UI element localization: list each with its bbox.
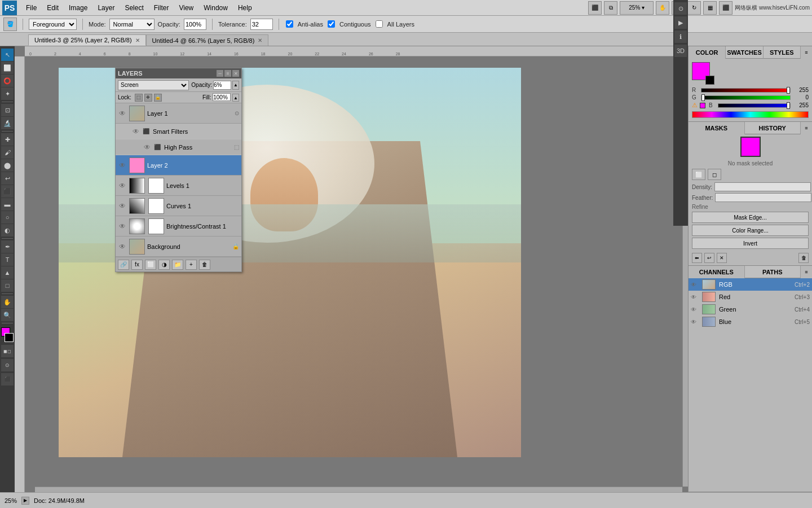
tolerance-input[interactable]	[250, 19, 273, 30]
lock-position-icon[interactable]: ✛	[144, 94, 152, 102]
default-colors-icon[interactable]: ◼◻	[1, 345, 14, 357]
channels-menu[interactable]: ≡	[801, 266, 812, 278]
tab-styles[interactable]: STYLES	[764, 46, 801, 59]
g-slider-track[interactable]	[701, 95, 791, 100]
tab-channels[interactable]: CHANNELS	[689, 266, 745, 278]
shape-tool[interactable]: □	[1, 279, 14, 292]
eyedropper-tool[interactable]: 🔬	[1, 117, 14, 129]
menu-filter[interactable]: Filter	[149, 3, 174, 13]
b-slider-thumb[interactable]	[787, 102, 790, 109]
gamut-swatch[interactable]	[700, 103, 705, 108]
layer-mode-select[interactable]: Screen Normal Multiply Overlay	[118, 80, 189, 90]
screen-mode-btn[interactable]: ⬛	[1, 373, 14, 386]
layers-collapse-btn[interactable]: ─	[217, 70, 223, 77]
invert-btn[interactable]: Invert	[692, 238, 809, 249]
arrange-icon[interactable]: ⧉	[604, 1, 617, 15]
layer2-vis-icon[interactable]: 👁	[118, 161, 127, 170]
frame-icon[interactable]: ▦	[703, 1, 717, 15]
layer-opacity-input[interactable]	[213, 81, 231, 90]
nav-icon-1[interactable]: ⬛	[588, 1, 602, 15]
brush-tool[interactable]: 🖌	[1, 146, 14, 159]
r-slider-track[interactable]	[701, 88, 791, 93]
dodge-tool[interactable]: ◐	[1, 224, 14, 237]
color-range-btn[interactable]: Color Range...	[692, 225, 809, 236]
view-icon[interactable]: ⬛	[719, 1, 732, 15]
menu-edit[interactable]: Edit	[42, 3, 63, 13]
tab-color[interactable]: COLOR	[689, 46, 726, 59]
channel-green[interactable]: 👁 Green Ctrl+4	[689, 303, 812, 316]
layer1-vis-icon[interactable]: 👁	[118, 109, 127, 118]
density-input[interactable]	[714, 182, 811, 191]
info-icon[interactable]: ℹ	[674, 30, 687, 43]
move-tool[interactable]: ↖	[1, 49, 14, 61]
scrollbar-horizontal[interactable]	[35, 487, 682, 492]
menu-window[interactable]: Window	[199, 3, 232, 13]
stamp-tool[interactable]: ⬤	[1, 159, 14, 172]
zoom-tool[interactable]: 🔍	[1, 309, 14, 321]
blue-vis-icon[interactable]: 👁	[691, 319, 699, 325]
masks-panel-menu[interactable]: ≡	[801, 122, 812, 134]
text-tool[interactable]: T	[1, 253, 14, 266]
vector-mask-btn[interactable]: ◻	[708, 169, 721, 180]
channel-rgb[interactable]: 👁 RGB Ctrl+2	[689, 278, 812, 291]
layer-smart-filters[interactable]: 👁 ⬛ Smart Filters	[116, 124, 241, 139]
zoom-icon[interactable]: 25% ▾	[620, 1, 654, 15]
background-color[interactable]	[5, 333, 14, 342]
layer-item-background[interactable]: 👁 Background 🔒	[116, 237, 241, 257]
active-tool-icon[interactable]: 🪣	[3, 17, 17, 31]
mask-icon-3[interactable]: ✕	[717, 253, 727, 263]
lock-all-icon[interactable]: 🔒	[154, 94, 162, 102]
quick-mask-btn[interactable]: ⊙	[1, 359, 14, 371]
green-vis-icon[interactable]: 👁	[691, 306, 699, 313]
all-layers-checkbox[interactable]	[376, 20, 383, 28]
tab-1[interactable]: Untitled-3 @ 25% (Layer 2, RGB/8) ✕	[28, 34, 146, 46]
tab-masks[interactable]: MASKS	[689, 122, 745, 134]
menu-view[interactable]: View	[174, 3, 198, 13]
mask-preview-swatch[interactable]	[740, 137, 761, 157]
menu-select[interactable]: Select	[120, 3, 148, 13]
mask-icon-2[interactable]: ↩	[704, 253, 714, 263]
tab-1-close[interactable]: ✕	[135, 37, 140, 43]
lasso-tool[interactable]: ⭕	[1, 75, 14, 87]
color-panel-menu[interactable]: ≡	[801, 46, 812, 59]
highpass-vis-icon[interactable]: 👁	[143, 143, 152, 152]
menu-file[interactable]: File	[21, 3, 41, 13]
channel-red[interactable]: 👁 Red Ctrl+3	[689, 291, 812, 303]
levels-vis-icon[interactable]: 👁	[118, 181, 127, 190]
rgb-vis-icon[interactable]: 👁	[691, 282, 699, 288]
opacity-up-btn[interactable]: ▲	[232, 81, 239, 90]
layers-menu-btn[interactable]: ≡	[224, 70, 231, 77]
hand-tool[interactable]: ✋	[1, 296, 14, 308]
menu-layer[interactable]: Layer	[93, 3, 119, 13]
layer-highpass[interactable]: 👁 ⬛ High Pass ⬚	[116, 139, 241, 155]
anti-alias-checkbox[interactable]	[286, 20, 293, 28]
foreground-select[interactable]: Foreground Background Color	[29, 19, 77, 30]
bg-swatch[interactable]	[705, 76, 714, 85]
fill-input[interactable]	[213, 93, 231, 101]
fill-up-btn[interactable]: ▲	[232, 94, 239, 102]
status-icon[interactable]: ▶	[21, 497, 29, 505]
path-select-tool[interactable]: ▲	[1, 266, 14, 279]
mask-delete-icon[interactable]: 🗑	[798, 253, 809, 263]
blur-tool[interactable]: ○	[1, 211, 14, 224]
magic-wand-tool[interactable]: ✦	[1, 87, 14, 100]
layer-new-btn[interactable]: +	[186, 260, 197, 270]
layer-delete-btn[interactable]: 🗑	[199, 260, 210, 270]
layer1-options-icon[interactable]: ⊙	[235, 110, 239, 116]
layer-item-layer1[interactable]: 👁 Layer 1 ⊙	[116, 103, 241, 124]
history-icon[interactable]: ⊙	[674, 2, 687, 15]
3d-icon[interactable]: 3D	[674, 45, 687, 57]
rotate-icon[interactable]: ↻	[687, 1, 701, 15]
layer-item-layer2[interactable]: 👁 Layer 2	[116, 155, 241, 176]
pen-tool[interactable]: ✒	[1, 240, 14, 253]
actions-icon[interactable]: ▶	[674, 16, 687, 29]
channel-blue[interactable]: 👁 Blue Ctrl+5	[689, 316, 812, 328]
history-brush[interactable]: ↩	[1, 172, 14, 185]
layer-fx-btn[interactable]: fx	[131, 260, 143, 270]
layer-item-levels[interactable]: 👁 Levels 1	[116, 176, 241, 196]
layers-close-btn[interactable]: ✕	[232, 70, 239, 77]
heal-tool[interactable]: ✚	[1, 133, 14, 146]
highpass-blend-icon[interactable]: ⬚	[234, 144, 239, 150]
g-slider-thumb[interactable]	[701, 94, 705, 101]
marquee-tool[interactable]: ⬜	[1, 62, 14, 74]
